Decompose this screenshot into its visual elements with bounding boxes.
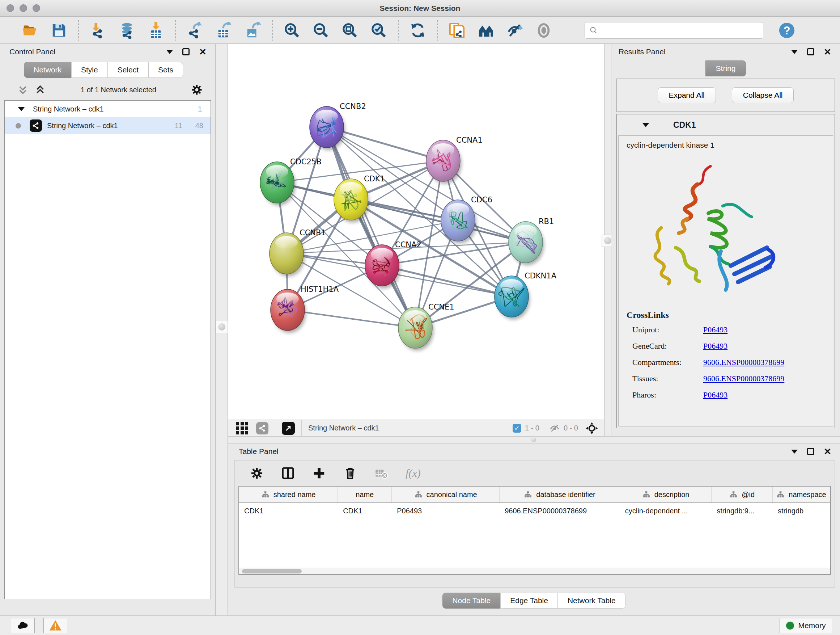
show-columns-icon[interactable] [281, 466, 295, 480]
zoom-fit-icon[interactable] [341, 22, 358, 39]
results-panel-menu-icon[interactable] [791, 50, 798, 54]
crosslink-link[interactable]: P06493 [703, 390, 728, 400]
expand-all-icon[interactable] [34, 84, 46, 96]
tab-sets[interactable]: Sets [148, 62, 183, 78]
help-icon[interactable]: ? [778, 22, 795, 39]
node-HIST1H1A[interactable]: HIST1H1A [271, 285, 339, 333]
search-input[interactable] [598, 26, 757, 35]
memory-button[interactable]: Memory [780, 618, 832, 633]
results-panel-close-icon[interactable]: ✕ [824, 48, 831, 55]
control-panel-float-icon[interactable] [182, 48, 189, 55]
node-CCNB1[interactable]: CCNB1 [270, 228, 326, 277]
show-all-icon[interactable] [535, 22, 552, 39]
selected-checkbox-icon[interactable]: ✓ [513, 424, 521, 432]
tab-style[interactable]: Style [71, 62, 108, 78]
tab-string[interactable]: String [706, 60, 746, 76]
table-options-gear-icon[interactable] [250, 466, 264, 480]
grid-mode-icon[interactable] [236, 422, 248, 434]
cell[interactable]: cyclin-dependent ... [620, 507, 712, 515]
pan-crosshair-icon[interactable] [585, 422, 598, 435]
import-table-icon[interactable] [148, 22, 164, 39]
table-hscrollbar[interactable] [239, 568, 830, 574]
import-network-database-icon[interactable] [118, 22, 135, 39]
table-hscrollbar-thumb[interactable] [242, 569, 302, 573]
column-header-id[interactable]: @id [712, 486, 773, 502]
crosslink-link[interactable]: 9606.ENSP00000378699 [703, 374, 784, 383]
column-header-description[interactable]: description [620, 486, 712, 502]
column-header-sharedname[interactable]: shared name [239, 486, 338, 502]
node-CCNA1[interactable]: CCNA1 [426, 136, 483, 184]
cdk1-section-header[interactable]: CDK1 [617, 114, 835, 135]
hide-selected-icon[interactable] [507, 22, 523, 39]
cell[interactable]: stringdb [773, 507, 830, 515]
import-network-file-icon[interactable] [90, 22, 106, 39]
expand-all-button[interactable]: Expand All [658, 87, 716, 103]
network-row[interactable]: String Network – cdk1 11 48 [5, 117, 210, 134]
column-header-name[interactable]: name [338, 486, 392, 502]
results-panel-float-icon[interactable] [807, 48, 814, 55]
control-panel-menu-icon[interactable] [166, 50, 173, 54]
left-splitter[interactable] [215, 44, 228, 616]
network-type-badge-icon[interactable] [256, 422, 268, 434]
network-options-gear-icon[interactable] [191, 84, 203, 96]
clone-network-icon[interactable] [448, 22, 465, 39]
tab-edge-table[interactable]: Edge Table [500, 593, 558, 608]
table-panel-float-icon[interactable] [807, 448, 814, 455]
table-panel-close-icon[interactable]: ✕ [824, 448, 831, 455]
node-RB1[interactable]: RB1 [508, 217, 554, 265]
zoom-in-icon[interactable] [284, 22, 300, 39]
table-row[interactable]: CDK1CDK1P064939606.ENSP00000378699cyclin… [239, 503, 830, 518]
node-CCNB2[interactable]: CCNB2 [309, 102, 366, 150]
first-neighbors-icon[interactable] [477, 22, 494, 39]
detach-view-icon[interactable] [282, 422, 295, 435]
table-panel-menu-icon[interactable] [791, 450, 798, 454]
add-column-icon[interactable] [312, 466, 326, 480]
cell[interactable]: 9606.ENSP00000378699 [500, 507, 620, 515]
network-canvas[interactable]: CCNB2 CCNA1 CDC25B CDK1 CDC6 RB1 CCNB1 [228, 44, 604, 420]
column-header-canonicalname[interactable]: canonical name [392, 486, 500, 502]
collapse-all-icon[interactable] [17, 84, 29, 96]
network-view: CCNB2 CCNA1 CDC25B CDK1 CDC6 RB1 CCNB1 [228, 44, 604, 436]
tab-node-table[interactable]: Node Table [442, 593, 500, 608]
tab-select[interactable]: Select [108, 62, 148, 78]
edge[interactable] [327, 127, 415, 328]
tab-network[interactable]: Network [24, 62, 71, 78]
tab-network-table[interactable]: Network Table [558, 593, 625, 608]
collection-caret-icon[interactable] [18, 107, 25, 111]
export-network-icon[interactable] [187, 22, 203, 39]
refresh-layout-icon[interactable] [409, 22, 426, 39]
column-header-databaseidentifier[interactable]: database identifier [500, 486, 620, 502]
cell[interactable]: P06493 [392, 507, 500, 515]
node-CDC25B[interactable]: CDC25B [260, 157, 322, 206]
results-splitter[interactable] [604, 44, 611, 436]
crosslink-link[interactable]: 9606.ENSP00000378699 [703, 358, 784, 367]
delete-column-icon[interactable] [343, 466, 357, 480]
hidden-eye-icon[interactable] [549, 423, 560, 434]
control-panel-close-icon[interactable]: ✕ [199, 48, 207, 55]
crosslink-link[interactable]: P06493 [703, 325, 728, 334]
column-header-namespace[interactable]: namespace [773, 486, 830, 502]
zoom-selected-icon[interactable] [370, 22, 387, 39]
edge[interactable] [287, 310, 415, 328]
node-table[interactable]: shared namenamecanonical namedatabase id… [238, 486, 831, 575]
column-type-icon [414, 491, 422, 499]
node-CDC6[interactable]: CDC6 [441, 195, 493, 244]
node-CDKN1A[interactable]: CDKN1A [494, 272, 557, 320]
section-caret-icon[interactable] [642, 123, 649, 127]
cloud-status-button[interactable] [11, 618, 35, 633]
save-session-icon[interactable] [51, 22, 67, 39]
network-collection-row[interactable]: String Network – cdk1 1 [5, 101, 210, 117]
search-box[interactable] [584, 22, 763, 39]
crosslink-link[interactable]: P06493 [703, 341, 728, 351]
warnings-button[interactable] [43, 618, 67, 633]
collapse-all-button[interactable]: Collapse All [732, 87, 794, 103]
zoom-out-icon[interactable] [313, 22, 329, 39]
cell[interactable]: stringdb:9... [712, 507, 773, 515]
table-splitter[interactable] [228, 436, 840, 443]
export-image-icon[interactable] [245, 22, 261, 39]
export-table-icon[interactable] [216, 22, 232, 39]
cell[interactable]: CDK1 [239, 507, 338, 515]
node-CCNE1[interactable]: CCNE1 [398, 302, 454, 351]
open-session-icon[interactable] [22, 22, 38, 39]
cell[interactable]: CDK1 [338, 507, 392, 515]
